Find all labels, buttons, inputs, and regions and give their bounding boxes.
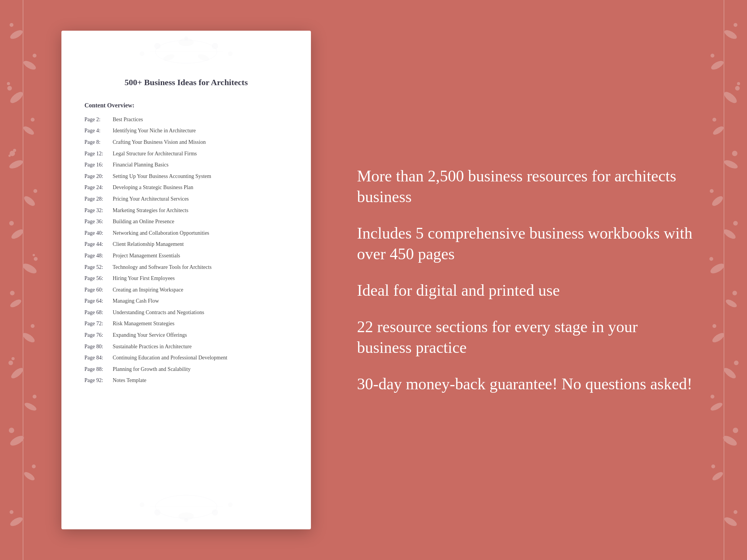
table-of-contents-item: Page 48: Project Management Essentials bbox=[84, 252, 288, 260]
topic-label: Sustainable Practices in Architecture bbox=[111, 344, 192, 349]
page-number: Page 80: bbox=[84, 343, 111, 351]
topic-label: Understanding Contracts and Negotiations bbox=[111, 310, 204, 315]
table-of-contents-item: Page 28: Pricing Your Architectural Serv… bbox=[84, 195, 288, 203]
topic-label: Creating an Inspiring Workspace bbox=[111, 287, 183, 293]
topic-label: Expanding Your Service Offerings bbox=[111, 332, 187, 338]
page-number: Page 64: bbox=[84, 297, 111, 305]
table-of-contents-item: Page 2: Best Practices bbox=[84, 116, 288, 124]
page-number: Page 76: bbox=[84, 331, 111, 339]
table-of-contents-item: Page 56: Hiring Your First Employees bbox=[84, 275, 288, 282]
topic-label: Identifying Your Niche in Architecture bbox=[111, 128, 196, 133]
topic-label: Building an Online Presence bbox=[111, 219, 174, 224]
topic-label: Hiring Your First Employees bbox=[111, 275, 175, 281]
topic-label: Project Management Essentials bbox=[111, 253, 180, 259]
topic-label: Planning for Growth and Scalability bbox=[111, 366, 190, 372]
table-of-contents-item: Page 60: Creating an Inspiring Workspace bbox=[84, 286, 288, 294]
table-of-contents-item: Page 88: Planning for Growth and Scalabi… bbox=[84, 366, 288, 373]
topic-label: Notes Template bbox=[111, 377, 146, 383]
topic-label: Risk Management Strategies bbox=[111, 321, 174, 326]
table-of-contents-item: Page 92: Notes Template bbox=[84, 377, 288, 384]
svg-point-69 bbox=[154, 43, 160, 49]
topic-label: Best Practices bbox=[111, 117, 143, 122]
svg-point-73 bbox=[178, 38, 194, 46]
page-number: Page 8: bbox=[84, 138, 111, 146]
svg-point-82 bbox=[228, 502, 233, 507]
page-number: Page 16: bbox=[84, 161, 111, 169]
page-number: Page 44: bbox=[84, 240, 111, 248]
feature-item: Ideal for digital and printed use bbox=[357, 280, 693, 301]
topic-label: Technology and Software Tools for Archit… bbox=[111, 264, 212, 270]
document-card: 500+ Business Ideas for Architects Conte… bbox=[61, 31, 311, 529]
content-overview-label: Content Overview: bbox=[84, 102, 288, 109]
page-number: Page 60: bbox=[84, 286, 111, 294]
table-of-contents-item: Page 16: Financial Planning Basics bbox=[84, 161, 288, 169]
svg-point-78 bbox=[155, 495, 217, 518]
table-of-contents-item: Page 8: Crafting Your Business Vision an… bbox=[84, 138, 288, 146]
page-number: Page 12: bbox=[84, 150, 111, 158]
main-container: 500+ Business Ideas for Architects Conte… bbox=[0, 0, 747, 560]
topic-label: Networking and Collaboration Opportuniti… bbox=[111, 230, 209, 236]
topic-label: Developing a Strategic Business Plan bbox=[111, 184, 193, 190]
svg-point-76 bbox=[197, 53, 210, 62]
topic-label: Continuing Education and Professional De… bbox=[111, 355, 227, 361]
table-of-contents-item: Page 44: Client Relationship Management bbox=[84, 240, 288, 248]
topic-label: Client Relationship Management bbox=[111, 241, 184, 247]
page-number: Page 2: bbox=[84, 116, 111, 124]
table-of-contents-item: Page 52: Technology and Software Tools f… bbox=[84, 264, 288, 271]
page-number: Page 52: bbox=[84, 264, 111, 271]
svg-point-70 bbox=[212, 43, 218, 49]
doc-floral-top bbox=[119, 35, 253, 71]
feature-item: Includes 5 comprehensive business workbo… bbox=[357, 223, 693, 265]
table-of-contents-item: Page 40: Networking and Collaboration Op… bbox=[84, 229, 288, 237]
topic-label: Marketing Strategies for Architects bbox=[111, 208, 188, 213]
doc-floral-bottom bbox=[119, 489, 253, 525]
page-number: Page 68: bbox=[84, 309, 111, 316]
topic-label: Crafting Your Business Vision and Missio… bbox=[111, 139, 206, 145]
page-number: Page 48: bbox=[84, 252, 111, 260]
page-number: Page 88: bbox=[84, 366, 111, 373]
page-number: Page 56: bbox=[84, 275, 111, 282]
page-number: Page 32: bbox=[84, 207, 111, 214]
feature-item: 30-day money-back guarantee! No question… bbox=[357, 374, 693, 395]
page-number: Page 36: bbox=[84, 218, 111, 226]
page-number: Page 24: bbox=[84, 184, 111, 191]
table-of-contents-item: Page 68: Understanding Contracts and Neg… bbox=[84, 309, 288, 316]
svg-point-74 bbox=[184, 36, 188, 40]
table-of-contents-item: Page 84: Continuing Education and Profes… bbox=[84, 354, 288, 362]
svg-point-83 bbox=[178, 512, 194, 520]
page-number: Page 84: bbox=[84, 354, 111, 362]
topic-label: Setting Up Your Business Accounting Syst… bbox=[111, 173, 211, 179]
table-of-contents-item: Page 76: Expanding Your Service Offering… bbox=[84, 331, 288, 339]
svg-point-72 bbox=[228, 51, 233, 56]
table-of-contents-item: Page 80: Sustainable Practices in Archit… bbox=[84, 343, 288, 351]
topic-label: Pricing Your Architectural Services bbox=[111, 196, 189, 202]
table-of-contents: Page 2: Best PracticesPage 4: Identifyin… bbox=[84, 116, 288, 384]
page-number: Page 4: bbox=[84, 127, 111, 135]
page-number: Page 40: bbox=[84, 229, 111, 237]
document-title: 500+ Business Ideas for Architects bbox=[84, 77, 288, 89]
page-number: Page 72: bbox=[84, 320, 111, 328]
svg-point-81 bbox=[140, 502, 144, 507]
svg-point-84 bbox=[184, 518, 188, 522]
page-number: Page 20: bbox=[84, 173, 111, 180]
feature-item: 22 resource sections for every stage in … bbox=[357, 316, 693, 358]
feature-item: More than 2,500 business resources for a… bbox=[357, 166, 693, 208]
right-panel: More than 2,500 business resources for a… bbox=[342, 150, 716, 410]
svg-point-71 bbox=[140, 51, 144, 56]
table-of-contents-item: Page 20: Setting Up Your Business Accoun… bbox=[84, 173, 288, 180]
topic-label: Legal Structure for Architectural Firms bbox=[111, 151, 197, 156]
svg-point-75 bbox=[163, 53, 175, 62]
table-of-contents-item: Page 12: Legal Structure for Architectur… bbox=[84, 150, 288, 158]
page-number: Page 92: bbox=[84, 377, 111, 384]
table-of-contents-item: Page 64: Managing Cash Flow bbox=[84, 297, 288, 305]
svg-point-80 bbox=[212, 509, 218, 516]
topic-label: Managing Cash Flow bbox=[111, 298, 159, 304]
page-number: Page 28: bbox=[84, 195, 111, 203]
svg-point-68 bbox=[155, 40, 217, 63]
table-of-contents-item: Page 4: Identifying Your Niche in Archit… bbox=[84, 127, 288, 135]
topic-label: Financial Planning Basics bbox=[111, 162, 169, 168]
table-of-contents-item: Page 72: Risk Management Strategies bbox=[84, 320, 288, 328]
table-of-contents-item: Page 32: Marketing Strategies for Archit… bbox=[84, 207, 288, 214]
table-of-contents-item: Page 24: Developing a Strategic Business… bbox=[84, 184, 288, 191]
svg-point-79 bbox=[154, 509, 160, 516]
